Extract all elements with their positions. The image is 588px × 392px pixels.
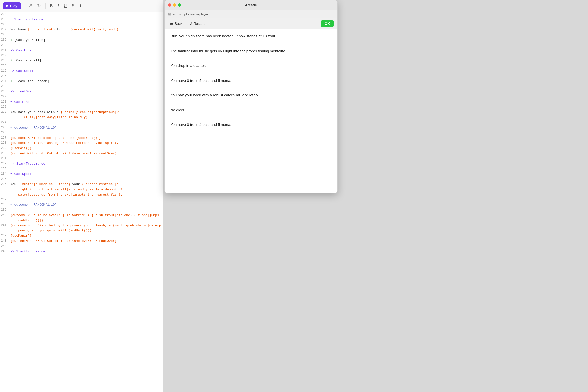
code-token: {~spindly|robust|scrumptious|w: [61, 110, 119, 114]
game-message: Dun, your high score has been beaten. It…: [165, 29, 337, 44]
code-line: 210: [0, 43, 163, 48]
line-number: 236: [0, 182, 10, 187]
code-token: water|descends from the sky|targets the …: [10, 193, 122, 196]
code-line: 234= CastSpell: [0, 172, 163, 177]
window-close-button[interactable]: [168, 4, 171, 7]
code-line: 204: [0, 12, 163, 17]
line-number: 219: [0, 89, 10, 94]
line-number: 210: [0, 43, 10, 48]
code-token: CastLine: [16, 48, 31, 52]
code-line: 244: [0, 244, 163, 249]
strikethrough-button[interactable]: S: [70, 3, 76, 9]
line-content: {outcome > 8: Your analog prowess refres…: [10, 141, 163, 146]
window-maximize-button[interactable]: [178, 4, 181, 7]
line-number: 214: [0, 64, 10, 69]
restart-icon: ↺: [189, 22, 192, 26]
line-content: + [Cast your line]: [10, 38, 163, 43]
code-line: 220: [0, 94, 163, 100]
window-minimize-button[interactable]: [173, 4, 176, 7]
line-content: ~ outcome = RANDOM(1,10): [10, 202, 163, 208]
line-number: 215: [0, 69, 10, 74]
code-token: =: [10, 100, 14, 104]
address-bar: ⊞ app.scripto.live/inkplayer: [165, 10, 337, 18]
line-number: 243: [0, 238, 10, 244]
nav-bar: ⏮ Back ↺ Restart OK: [165, 18, 337, 29]
line-content: {currentBait <= 0: Out of bait! Game ove…: [10, 151, 163, 156]
code-line: 213+ [Cast a spell]: [0, 58, 163, 64]
code-line: 240{outcome < 5: To no avail! | It worke…: [0, 213, 163, 218]
line-number: 226: [0, 130, 10, 136]
code-line: lightning bolt|a fireball|a friendly eag…: [0, 187, 163, 192]
italic-button[interactable]: I: [56, 3, 60, 9]
line-number: 208: [0, 32, 10, 38]
toolbar-separator-1: [24, 3, 24, 9]
line-content: pouch, and you gain bait! {addBait()}}: [10, 228, 163, 234]
code-line: 241{outcome > 8: Disturbed by the powers…: [0, 223, 163, 228]
code-token: StartTroutmancer: [14, 18, 45, 21]
code-line: 225~ outcome = RANDOM(1,10): [0, 126, 163, 130]
line-content: + [Leave the Stream]: [10, 79, 163, 84]
code-line: 211-> CastLine: [0, 48, 163, 53]
underline-button[interactable]: U: [62, 3, 68, 9]
play-icon: [6, 5, 9, 7]
line-content: [10, 208, 163, 213]
line-content: You have {currentTrout} trout, {currentB…: [10, 27, 163, 32]
line-number: [0, 187, 10, 192]
code-token: CastLine: [14, 100, 30, 104]
redo-button[interactable]: ↻: [36, 2, 42, 10]
line-number: 235: [0, 177, 10, 182]
code-line: 237: [0, 198, 163, 203]
line-content: [10, 94, 163, 100]
game-actions: Cast your lineCast a spellLeave the Stre…: [165, 191, 337, 193]
line-content: {~let fly|cast away|fling it boldly}.: [10, 115, 163, 120]
play-button[interactable]: Play: [3, 2, 21, 10]
line-content: water|descends from the sky|targets the …: [10, 192, 163, 198]
code-token: {outcome > 8: Disturbed by the powers yo…: [10, 224, 163, 228]
code-line: 208: [0, 32, 163, 38]
code-line: 207You have {currentTrout} trout, {curre…: [0, 27, 163, 32]
undo-button[interactable]: ↺: [27, 2, 34, 10]
editor-panel: Play ↺ ↻ B I U S ⬆ 204 205= StartTroutma…: [0, 0, 163, 392]
code-line: 231: [0, 156, 163, 161]
code-line: 221= CastLine: [0, 100, 163, 105]
line-number: 234: [0, 172, 10, 177]
code-line: 238~ outcome = RANDOM(1,10): [0, 202, 163, 208]
line-number: 227: [0, 136, 10, 141]
game-message: No dice!: [165, 103, 337, 118]
code-line: 214: [0, 64, 163, 69]
restart-button[interactable]: ↺ Restart: [187, 20, 207, 26]
line-number: 240: [0, 213, 10, 218]
code-token: [Cast your line]: [14, 38, 45, 42]
code-token: your: [70, 182, 82, 186]
code-line: 209+ [Cast your line]: [0, 38, 163, 43]
line-number: 233: [0, 166, 10, 172]
back-button[interactable]: ⏮ Back: [168, 20, 184, 26]
line-content: ~ outcome = RANDOM(1,10): [10, 126, 163, 130]
line-content: [10, 130, 163, 136]
bold-button[interactable]: B: [48, 3, 54, 9]
line-content: [10, 177, 163, 182]
code-token: [Cast a spell]: [14, 59, 41, 62]
line-content: -> StartTroutmancer: [10, 161, 163, 166]
line-number: 207: [0, 27, 10, 32]
ok-button[interactable]: OK: [321, 20, 334, 27]
code-token: ->: [10, 90, 16, 94]
line-content: -> CastSpell: [10, 69, 163, 74]
code-token: {outcome > 8: Your analog prowess refres…: [10, 141, 119, 145]
code-line: 245-> StartTroutmancer: [0, 249, 163, 254]
code-line: 232-> StartTroutmancer: [0, 161, 163, 166]
code-editor[interactable]: 204 205= StartTroutmancer206 207You have…: [0, 12, 163, 392]
line-content: [10, 166, 163, 172]
line-content: You {~muster|summon|call forth} your {~a…: [10, 182, 163, 187]
code-token: ~ outcome = RANDOM(1,10): [10, 203, 57, 207]
line-number: 204: [0, 12, 10, 17]
line-content: + [Cast a spell]: [10, 58, 163, 64]
code-token: {addTrout()}}: [10, 218, 43, 222]
line-content: [10, 12, 163, 17]
line-number: 213: [0, 58, 10, 64]
play-label: Play: [10, 4, 17, 8]
line-content: {currentMana <= 0: Out of mana! Game ove…: [10, 238, 163, 244]
line-number: [0, 192, 10, 198]
upload-button[interactable]: ⬆: [78, 2, 84, 9]
code-line: 205= StartTroutmancer: [0, 17, 163, 22]
